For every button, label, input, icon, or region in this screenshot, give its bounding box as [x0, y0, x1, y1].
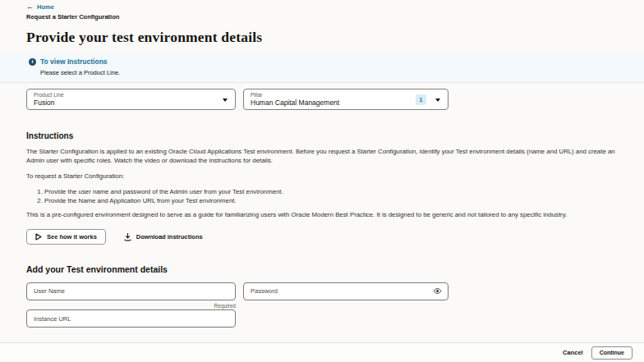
instructions-list-intro: To request a Starter Configuration:: [26, 172, 618, 181]
user-name-required-hint: Required: [26, 303, 236, 309]
see-how-it-works-label: See how it works: [47, 233, 97, 241]
instruction-step: Provide the Name and Application URL fro…: [44, 196, 618, 205]
chevron-down-icon[interactable]: [223, 99, 228, 102]
product-line-select[interactable]: Product Line Fusion: [26, 89, 236, 110]
user-name-field-wrap: Required: [26, 282, 236, 309]
user-name-field[interactable]: [26, 282, 236, 300]
download-icon: [124, 233, 131, 241]
page-title: Provide your test environment details: [26, 29, 618, 46]
pillar-label: Pillar: [251, 92, 441, 98]
instance-url-field[interactable]: [26, 309, 236, 328]
breadcrumb: ← Home Request a Starter Configuration: [26, 0, 618, 21]
instructions-paragraph-1: The Starter Configuration is applied to …: [26, 148, 618, 165]
pillar-value: Human Capital Management: [251, 99, 441, 107]
play-icon: [35, 233, 42, 241]
instructions-paragraph-2: This is a pre-configured environment des…: [26, 211, 618, 220]
breadcrumb-back[interactable]: ← Home: [26, 3, 618, 11]
main-content: ← Home Request a Starter Configuration P…: [0, 0, 644, 362]
instructions-section: Instructions The Starter Configuration i…: [26, 131, 618, 245]
env-details-section: Add your Test environment details Requir…: [26, 264, 618, 328]
product-line-value: Fusion: [34, 99, 228, 107]
show-password-icon[interactable]: [433, 286, 442, 296]
chevron-down-icon[interactable]: [435, 99, 440, 102]
cancel-button[interactable]: Cancel: [563, 349, 583, 356]
breadcrumb-current: Request a Starter Configuration: [26, 13, 618, 21]
password-field-wrap: [243, 282, 448, 309]
instructions-actions: See how it works Download instructions: [26, 229, 618, 245]
banner-title: To view Instructions: [40, 57, 108, 66]
info-icon: i: [29, 58, 36, 66]
instruction-step: Provide the user name and password of th…: [44, 187, 618, 196]
instructions-steps: Provide the user name and password of th…: [44, 187, 618, 205]
breadcrumb-home-link[interactable]: Home: [37, 3, 54, 11]
instance-url-field-wrap: [26, 309, 618, 328]
selector-row: Product Line Fusion Pillar Human Capital…: [26, 89, 618, 110]
back-arrow-icon[interactable]: ←: [26, 3, 34, 11]
continue-button[interactable]: Continue: [591, 346, 632, 360]
pillar-count-badge: 1: [416, 94, 426, 105]
banner-subtitle: Please select a Product Line.: [40, 69, 644, 76]
see-how-it-works-button[interactable]: See how it works: [26, 229, 106, 245]
pillar-select[interactable]: Pillar Human Capital Management 1: [243, 89, 448, 110]
download-instructions-button[interactable]: Download instructions: [124, 233, 203, 241]
env-details-heading: Add your Test environment details: [26, 264, 618, 274]
download-instructions-label: Download instructions: [136, 233, 203, 241]
password-field[interactable]: [243, 282, 448, 300]
instructions-heading: Instructions: [26, 131, 618, 140]
footer-action-bar: Cancel Continue: [0, 342, 644, 362]
info-banner: i To view Instructions Please select a P…: [0, 53, 644, 83]
product-line-label: Product Line: [34, 92, 228, 98]
